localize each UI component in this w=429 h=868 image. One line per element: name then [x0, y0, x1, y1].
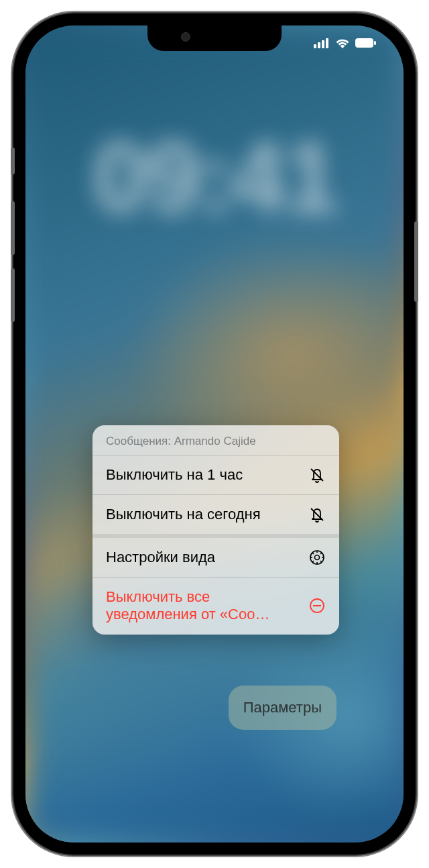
- volume-down-button: [11, 268, 15, 322]
- turn-off-all-notifications-item[interactable]: Выключить все уведомления от «Соо…: [93, 577, 339, 635]
- svg-line-15: [320, 561, 322, 562]
- menu-item-label: Настройки вида: [106, 549, 215, 566]
- power-button: [414, 221, 418, 302]
- svg-line-14: [312, 553, 314, 554]
- bell-slash-icon: [308, 466, 326, 484]
- gear-icon: [308, 549, 326, 566]
- bell-slash-icon: [308, 506, 326, 523]
- volume-up-button: [11, 201, 15, 255]
- menu-item-label: Выключить на сегодня: [106, 506, 261, 523]
- svg-rect-5: [374, 41, 376, 45]
- front-camera: [181, 32, 190, 42]
- wifi-icon: [335, 38, 350, 48]
- phone-frame: 09:41 Сообщения: Armando Cajide: [13, 13, 416, 855]
- status-bar: [314, 38, 377, 48]
- options-button-label: Параметры: [243, 699, 322, 716]
- view-settings-item[interactable]: Настройки вида: [93, 534, 339, 577]
- svg-line-17: [320, 553, 322, 554]
- mute-one-hour-item[interactable]: Выключить на 1 час: [93, 455, 339, 494]
- svg-line-16: [312, 561, 314, 562]
- svg-rect-1: [318, 42, 320, 48]
- minus-circle-icon: [308, 597, 326, 614]
- battery-icon: [355, 38, 377, 48]
- notch: [147, 25, 282, 51]
- screen: 09:41 Сообщения: Armando Cajide: [25, 25, 404, 843]
- context-menu-header: Сообщения: Armando Cajide: [93, 425, 339, 455]
- svg-rect-3: [326, 38, 328, 48]
- menu-item-label: Выключить на 1 час: [106, 466, 243, 484]
- cellular-signal-icon: [314, 38, 330, 48]
- menu-item-label: Выключить все уведомления от «Соо…: [106, 588, 300, 624]
- mute-today-item[interactable]: Выключить на сегодня: [93, 494, 339, 534]
- svg-rect-4: [355, 38, 373, 48]
- silent-switch: [11, 148, 15, 174]
- svg-rect-2: [322, 40, 324, 48]
- options-button[interactable]: Параметры: [229, 686, 336, 730]
- lock-screen-clock: 09:41: [93, 119, 336, 235]
- svg-rect-0: [314, 44, 316, 48]
- svg-point-9: [315, 555, 320, 560]
- notification-context-menu: Сообщения: Armando Cajide Выключить на 1…: [93, 425, 339, 635]
